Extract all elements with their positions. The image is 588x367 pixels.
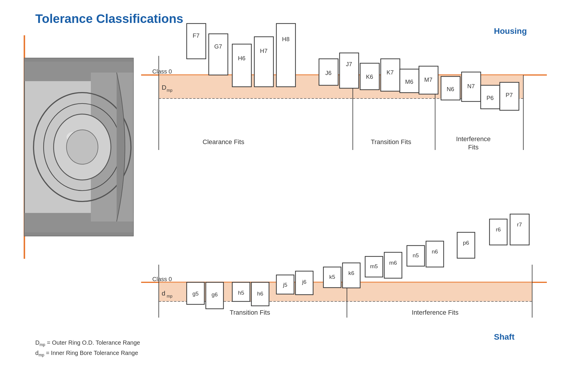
svg-text:N7: N7 xyxy=(467,83,475,89)
svg-text:G7: G7 xyxy=(214,43,222,50)
svg-text:K7: K7 xyxy=(387,69,394,76)
svg-rect-101 xyxy=(510,214,529,245)
svg-text:Clearance Fits: Clearance Fits xyxy=(203,138,244,146)
svg-rect-31 xyxy=(187,24,206,59)
svg-text:r7: r7 xyxy=(517,221,522,228)
svg-text:P6: P6 xyxy=(487,95,494,101)
bearing-illustration xyxy=(18,35,141,259)
svg-text:r6: r6 xyxy=(496,226,501,233)
svg-text:g6: g6 xyxy=(211,291,218,298)
svg-text:Transition Fits: Transition Fits xyxy=(230,309,270,316)
svg-text:h6: h6 xyxy=(257,291,263,297)
svg-text:M7: M7 xyxy=(424,76,432,83)
svg-text:p6: p6 xyxy=(463,240,469,246)
svg-text:j6: j6 xyxy=(302,279,307,285)
svg-rect-39 xyxy=(276,24,295,87)
svg-rect-43 xyxy=(340,53,359,88)
svg-text:Transition Fits: Transition Fits xyxy=(371,138,411,146)
svg-rect-37 xyxy=(254,37,273,87)
svg-rect-33 xyxy=(209,34,228,75)
svg-text:m6: m6 xyxy=(389,260,397,266)
svg-text:N6: N6 xyxy=(447,86,454,92)
svg-text:Fits: Fits xyxy=(468,144,478,151)
svg-text:Class 0: Class 0 xyxy=(152,276,172,282)
svg-text:Housing: Housing xyxy=(494,26,527,36)
svg-text:F7: F7 xyxy=(193,32,199,39)
svg-text:k5: k5 xyxy=(329,274,335,280)
svg-text:k6: k6 xyxy=(348,270,354,276)
svg-text:K6: K6 xyxy=(366,74,373,80)
svg-text:Class 0: Class 0 xyxy=(152,68,172,75)
svg-rect-12 xyxy=(24,58,133,62)
svg-rect-13 xyxy=(24,232,133,236)
page-container: Tolerance Classifications xyxy=(0,0,588,367)
legend-line1: Dmp = Outer Ring O.D. Tolerance Range xyxy=(35,338,140,348)
svg-text:M6: M6 xyxy=(405,79,413,85)
svg-text:Shaft: Shaft xyxy=(494,332,514,341)
svg-text:n6: n6 xyxy=(432,248,438,255)
svg-text:g5: g5 xyxy=(192,291,198,297)
svg-text:Interference Fits: Interference Fits xyxy=(412,309,459,316)
svg-text:m5: m5 xyxy=(370,263,378,269)
svg-text:mp: mp xyxy=(167,88,173,93)
svg-rect-35 xyxy=(232,44,251,87)
svg-text:P7: P7 xyxy=(506,92,513,98)
svg-text:H6: H6 xyxy=(238,55,245,61)
svg-text:h5: h5 xyxy=(238,290,244,296)
svg-text:mp: mp xyxy=(167,294,173,298)
svg-text:j5: j5 xyxy=(283,282,288,288)
shaft-diagram: Class 0 d mp Transition Fits Interferenc… xyxy=(141,191,547,347)
legend-line2: dmp = Inner Ring Bore Tolerance Range xyxy=(35,348,140,358)
svg-text:H8: H8 xyxy=(282,36,290,42)
svg-text:H7: H7 xyxy=(260,48,268,54)
svg-text:n5: n5 xyxy=(412,252,419,258)
svg-text:J7: J7 xyxy=(346,61,352,67)
svg-point-10 xyxy=(66,130,98,164)
svg-text:Interference: Interference xyxy=(456,135,490,143)
svg-text:D: D xyxy=(162,84,166,91)
legend: Dmp = Outer Ring O.D. Tolerance Range dm… xyxy=(35,338,140,358)
svg-text:d: d xyxy=(162,290,165,297)
svg-text:J6: J6 xyxy=(325,70,331,76)
housing-diagram: Class 0 D mp Clearance Fits Transition F… xyxy=(141,18,547,182)
